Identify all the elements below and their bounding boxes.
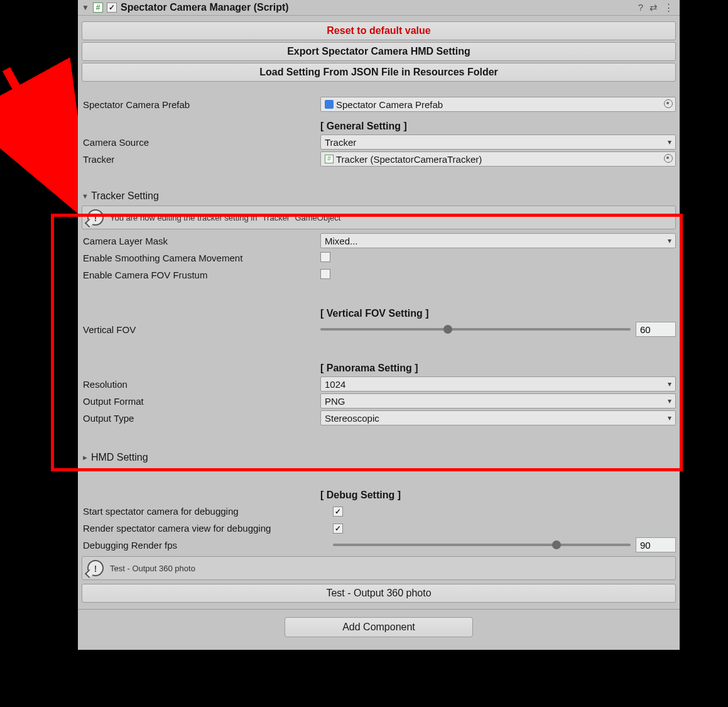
output-format-label: Output Format	[82, 396, 320, 407]
object-picker-icon[interactable]	[664, 154, 673, 163]
resolution-dropdown[interactable]: 1024	[320, 376, 676, 392]
prefab-label: Spectator Camera Prefab	[82, 99, 320, 110]
resolution-label: Resolution	[82, 379, 320, 390]
debug-fps-field[interactable]	[636, 537, 676, 552]
tracker-value: Tracker (SpectatorCameraTracker)	[336, 154, 482, 165]
tracker-setting-foldout[interactable]: Tracker Setting	[82, 190, 676, 202]
output-type-dropdown[interactable]: Stereoscopic	[320, 410, 676, 425]
preset-icon[interactable]: ⇄	[649, 2, 658, 13]
resolution-value: 1024	[325, 379, 345, 390]
layer-mask-label: Camera Layer Mask	[82, 236, 320, 246]
inspector-panel: ▼ # Spectator Camera Manager (Script) ? …	[78, 0, 680, 650]
component-enabled-checkbox[interactable]	[107, 3, 117, 13]
test-output-360-button[interactable]: Test - Output 360 photo	[82, 584, 676, 603]
start-debug-checkbox[interactable]	[333, 507, 343, 517]
panorama-heading: [ Panorama Setting ]	[320, 363, 418, 374]
load-button[interactable]: Load Setting From JSON File in Resources…	[82, 63, 676, 82]
output-format-value: PNG	[325, 396, 345, 407]
tracker-info-box: ! You are now editing the tracker settin…	[82, 206, 676, 229]
foldout-arrow-icon	[82, 454, 89, 461]
component-foldout-icon[interactable]: ▼	[82, 3, 89, 12]
camera-source-dropdown[interactable]: Tracker	[320, 134, 676, 150]
output-type-label: Output Type	[82, 413, 320, 424]
prefab-object-field[interactable]: Spectator Camera Prefab	[320, 97, 676, 112]
smoothing-checkbox[interactable]	[320, 252, 330, 262]
slider-thumb-icon[interactable]	[552, 540, 561, 549]
tracker-object-field[interactable]: # Tracker (SpectatorCameraTracker)	[320, 151, 676, 167]
frustum-checkbox[interactable]	[320, 269, 330, 279]
script-icon: #	[93, 3, 103, 13]
render-debug-checkbox[interactable]	[333, 523, 343, 534]
debug-info-text: Test - Output 360 photo	[110, 564, 195, 573]
smoothing-label: Enable Smoothing Camera Movement	[82, 253, 320, 263]
frustum-label: Enable Camera FOV Frustum	[82, 270, 320, 280]
camera-source-label: Camera Source	[82, 137, 320, 148]
debug-fps-slider[interactable]	[333, 544, 631, 546]
prefab-cube-icon	[325, 100, 334, 109]
info-icon: !	[87, 209, 104, 226]
vfov-number-field[interactable]	[636, 322, 676, 337]
vfov-heading: [ Vertical FOV Setting ]	[320, 308, 428, 319]
svg-line-1	[6, 69, 75, 195]
component-header: ▼ # Spectator Camera Manager (Script) ? …	[78, 0, 680, 16]
object-picker-icon[interactable]	[664, 99, 673, 108]
menu-icon[interactable]: ⋮	[664, 2, 673, 13]
foldout-arrow-icon	[82, 192, 89, 200]
tracker-setting-label: Tracker Setting	[91, 190, 159, 202]
camera-source-value: Tracker	[325, 137, 356, 148]
vfov-slider[interactable]	[320, 328, 631, 331]
tracker-script-icon: #	[325, 155, 334, 163]
slider-thumb-icon[interactable]	[443, 325, 452, 334]
hmd-setting-label: HMD Setting	[91, 452, 148, 463]
hmd-setting-foldout[interactable]: HMD Setting	[82, 452, 676, 463]
tracker-label: Tracker	[82, 154, 320, 165]
output-format-dropdown[interactable]: PNG	[320, 393, 676, 408]
component-title: Spectator Camera Manager (Script)	[121, 2, 634, 13]
debug-fps-label: Debugging Render fps	[82, 540, 333, 551]
prefab-value: Spectator Camera Prefab	[336, 99, 443, 110]
general-setting-heading: [ General Setting ]	[320, 121, 407, 132]
output-type-value: Stereoscopic	[325, 413, 379, 424]
reset-button[interactable]: Reset to default value	[82, 21, 676, 40]
layer-mask-value: Mixed...	[325, 236, 358, 246]
render-debug-label: Render spectator camera view for debuggi…	[82, 523, 333, 534]
vfov-label: Vertical FOV	[82, 324, 320, 335]
debug-info-box: ! Test - Output 360 photo	[82, 556, 676, 580]
start-debug-label: Start spectator camera for debugging	[82, 506, 333, 517]
info-icon: !	[87, 560, 104, 576]
layer-mask-dropdown[interactable]: Mixed...	[320, 233, 676, 248]
export-button[interactable]: Export Spectator Camera HMD Setting	[82, 42, 676, 61]
add-component-button[interactable]: Add Component	[285, 617, 473, 637]
help-icon[interactable]: ?	[638, 2, 643, 13]
debug-heading: [ Debug Setting ]	[320, 490, 401, 501]
tracker-info-text: You are now editing the tracker setting …	[110, 213, 340, 222]
